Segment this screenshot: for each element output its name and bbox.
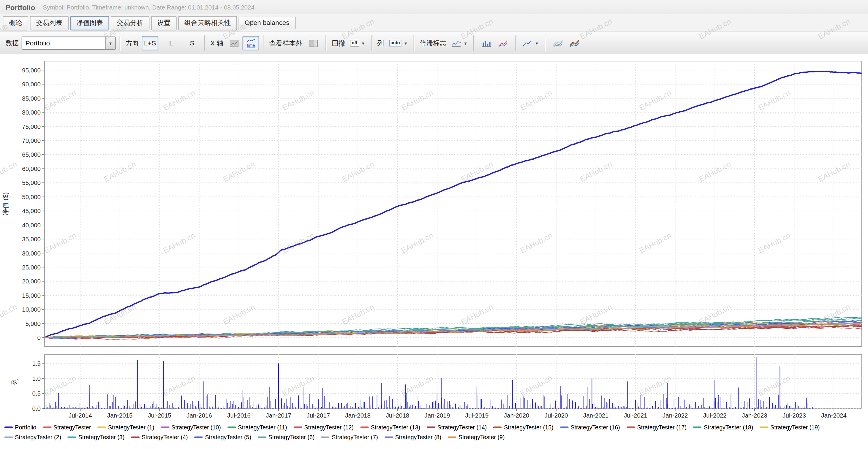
svg-text:Jan-2020: Jan-2020 xyxy=(504,412,529,419)
legend-label: StrategyTester (3) xyxy=(79,434,125,440)
columns-dropdown[interactable]: auto ▼ xyxy=(386,36,410,50)
tab-trade-analysis[interactable]: 交易分析 xyxy=(111,16,149,30)
tab-overview[interactable]: 概论 xyxy=(3,16,28,30)
direction-short-button[interactable]: S xyxy=(184,36,200,50)
chart-legend: PortfolioStrategyTesterStrategyTester (1… xyxy=(4,424,866,440)
page-subtitle: Symbol: Portfolio, Timeframe: unknown, D… xyxy=(43,4,254,10)
svg-text:40,000: 40,000 xyxy=(22,222,41,228)
legend-marker xyxy=(98,426,106,428)
dual-line-view-button[interactable] xyxy=(495,36,512,50)
stagnation-chart-icon xyxy=(452,39,462,46)
legend-label: StrategyTester (6) xyxy=(269,434,315,440)
tab-strategy-correlation[interactable]: 组合策略相关性 xyxy=(178,16,237,30)
toolbar-separator xyxy=(204,35,206,51)
legend-item: StrategyTester (10) xyxy=(161,424,221,430)
svg-text:80,000: 80,000 xyxy=(22,109,41,116)
multiline-view-button[interactable] xyxy=(550,36,566,50)
legend-marker xyxy=(494,426,502,428)
data-label: 数据 xyxy=(6,39,19,48)
toolbar-separator xyxy=(263,35,264,51)
tab-open-balances[interactable]: Open balances xyxy=(239,17,296,29)
svg-text:0.0: 0.0 xyxy=(32,405,41,412)
legend-marker xyxy=(321,436,330,438)
svg-text:Jan-2015: Jan-2015 xyxy=(107,412,132,419)
legend-item: StrategyTester (1) xyxy=(98,424,154,430)
line-chart-icon xyxy=(246,39,255,42)
svg-text:0: 0 xyxy=(37,334,41,341)
legend-marker xyxy=(194,436,203,438)
legend-label: StrategyTester (12) xyxy=(304,424,353,430)
equity-line-chart[interactable]: 05,00010,00015,00020,00025,00030,00035,0… xyxy=(0,54,868,350)
svg-text:列: 列 xyxy=(11,378,18,385)
legend-label: StrategyTester (17) xyxy=(637,424,687,430)
svg-text:70,000: 70,000 xyxy=(22,137,41,144)
columns-bar-chart[interactable]: Jul-2014Jan-2015Jul-2015Jan-2016Jul-2016… xyxy=(0,350,868,424)
legend-item: StrategyTester (17) xyxy=(627,424,687,430)
legend-item: StrategyTester (5) xyxy=(194,434,251,440)
legend-label: StrategyTester (18) xyxy=(704,424,753,430)
svg-text:Jul-2014: Jul-2014 xyxy=(69,412,92,419)
legend-label: StrategyTester (4) xyxy=(142,434,188,440)
legend-item: StrategyTester (2) xyxy=(4,434,61,440)
svg-text:55,000: 55,000 xyxy=(22,179,41,186)
svg-text:1.0: 1.0 xyxy=(32,375,41,382)
legend-item: StrategyTester (13) xyxy=(360,424,420,430)
gray-chart-icon xyxy=(230,39,239,46)
legend-item: StrategyTester (6) xyxy=(258,434,314,440)
legend-marker xyxy=(43,426,51,428)
columns-label: 列 xyxy=(377,39,384,48)
tab-equity-chart[interactable]: 净值图表 xyxy=(70,16,109,30)
page-title: Portfolio xyxy=(6,3,35,11)
chevron-down-icon: ▼ xyxy=(362,41,365,45)
drawdown-dropdown[interactable]: off ▼ xyxy=(348,36,367,50)
legend-marker xyxy=(360,426,369,428)
legend-marker xyxy=(258,436,266,438)
line-style-dropdown[interactable]: ▼ xyxy=(521,36,541,50)
svg-text:Jul-2017: Jul-2017 xyxy=(306,412,330,419)
line-chart-icon xyxy=(523,39,533,46)
legend-label: StrategyTester (19) xyxy=(770,424,819,430)
portfolio-analyzer-window: Portfolio Symbol: Portfolio, Timeframe: … xyxy=(0,0,868,449)
chart-toolbar: 数据 Portfolio ▼ 方向 L+S L S X 轴 time 查看样本外 xyxy=(0,31,868,55)
stagnation-dropdown[interactable]: ▼ xyxy=(449,36,469,50)
x-axis-time-button[interactable]: time xyxy=(243,36,259,50)
tab-trade-list[interactable]: 交易列表 xyxy=(30,16,69,30)
histogram-view-button[interactable] xyxy=(478,36,495,50)
legend-marker xyxy=(4,426,13,428)
out-of-sample-button[interactable] xyxy=(305,36,322,50)
colored-multiline-chart-icon xyxy=(570,39,580,47)
toolbar-separator xyxy=(414,35,415,51)
svg-text:50,000: 50,000 xyxy=(22,193,41,200)
out-of-sample-label: 查看样本外 xyxy=(269,39,303,48)
x-axis-label: X 轴 xyxy=(210,39,223,48)
dual-line-chart-icon xyxy=(498,39,508,47)
legend-marker xyxy=(227,426,236,428)
x-axis-trades-button[interactable] xyxy=(226,36,243,50)
multiline-color-view-button[interactable] xyxy=(566,36,583,50)
equity-chart-panel: 05,00010,00015,00020,00025,00030,00035,0… xyxy=(0,54,868,449)
svg-text:20,000: 20,000 xyxy=(22,278,41,285)
legend-label: StrategyTester (8) xyxy=(395,434,441,440)
svg-text:45,000: 45,000 xyxy=(22,207,41,214)
direction-long-short-button[interactable]: L+S xyxy=(142,36,158,50)
svg-text:Jul-2022: Jul-2022 xyxy=(703,412,727,419)
tab-settings[interactable]: 设置 xyxy=(151,16,177,30)
drawdown-value: off xyxy=(350,40,359,46)
legend-label: Portfolio xyxy=(15,424,36,430)
legend-marker xyxy=(627,426,635,428)
legend-item: StrategyTester (14) xyxy=(427,424,487,430)
header-bar: Portfolio Symbol: Portfolio, Timeframe: … xyxy=(0,0,868,14)
stagnation-label: 停滞标志 xyxy=(420,39,446,48)
svg-text:25,000: 25,000 xyxy=(22,264,41,271)
svg-text:Jan-2021: Jan-2021 xyxy=(583,412,609,419)
tab-bar: 概论 交易列表 净值图表 交易分析 设置 组合策略相关性 Open balanc… xyxy=(0,14,868,31)
legend-item: StrategyTester (15) xyxy=(494,424,554,430)
legend-marker xyxy=(693,426,702,428)
svg-text:Jan-2017: Jan-2017 xyxy=(266,412,291,419)
legend-marker xyxy=(131,436,140,438)
legend-marker xyxy=(760,426,768,428)
svg-text:Jul-2016: Jul-2016 xyxy=(227,412,251,419)
legend-item: StrategyTester (18) xyxy=(693,424,753,430)
direction-long-button[interactable]: L xyxy=(163,36,179,50)
data-source-select[interactable]: Portfolio ▼ xyxy=(22,36,116,50)
